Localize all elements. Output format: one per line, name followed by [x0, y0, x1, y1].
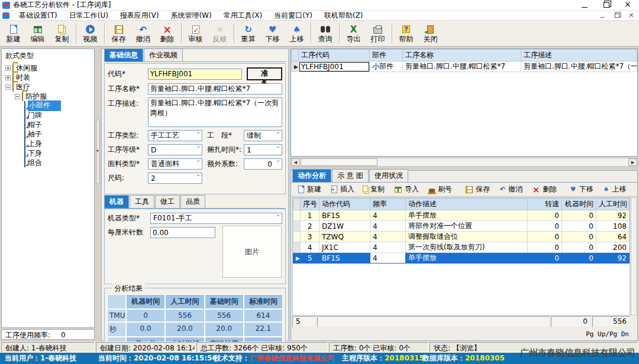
action-button-上移[interactable]: ♠上移: [598, 183, 631, 196]
toolbar-button-复制[interactable]: 复制: [50, 21, 74, 46]
action-button-新建[interactable]: 新建: [293, 183, 326, 196]
menu-item-0[interactable]: 基础设置(T): [13, 11, 63, 20]
action-row[interactable]: ▶5BF1S4单手摆放0092: [293, 253, 630, 264]
tab-diagram[interactable]: 示 意 图: [332, 169, 369, 182]
action-button-刷号[interactable]: 刷号: [424, 183, 457, 196]
process-row[interactable]: ▶YLFHFBJ001小部件剪量袖口.脚口.中腰.帽口松紧*7剪量袖口.脚口.中…: [292, 61, 637, 72]
tree-item-帽子[interactable]: 帽子: [2, 120, 94, 129]
process-desc-input[interactable]: 剪量袖口.脚口.中腰.帽口松紧*7（一次剪两根）: [148, 98, 282, 127]
action-row[interactable]: 4JX1C4第一次剪线(取及放剪刀)00200: [293, 242, 630, 253]
style-type-panel: 款式类型 休闲服 时装 医疗 防护服 小部件 门牌 帽子 袖子 上身 下身 组合: [1, 48, 95, 328]
toolbar-button-导出[interactable]: X 导出: [341, 21, 366, 46]
toolbar-button-新建[interactable]: 新建: [1, 21, 25, 46]
scroll-left-icon[interactable]: ◀: [291, 158, 300, 166]
action-table: 序号动作代码频率动作描述转速机器时间人工时间1BF1S4单手摆放00922DZ1…: [292, 197, 630, 316]
tab-machine[interactable]: 机器: [104, 195, 129, 208]
stage-select[interactable]: 缝制: [244, 130, 282, 141]
toolbar-button-关闭[interactable]: 关闭: [418, 21, 443, 46]
menu-item-4[interactable]: 常用工具(X): [218, 11, 269, 20]
tab-work-video[interactable]: 作业视频: [144, 48, 183, 61]
tree-item-组合[interactable]: 组合: [2, 158, 94, 167]
save-icon: [466, 186, 473, 193]
toolbar-button-上移[interactable]: ♠ 上移: [285, 21, 309, 46]
tab-tool[interactable]: 工具: [130, 195, 154, 208]
code-label: 代码*: [108, 69, 148, 79]
tree-item-小部件[interactable]: 小部件: [2, 101, 94, 110]
ready-button[interactable]: 准 备: [247, 67, 282, 80]
menu-item-1[interactable]: 日常工作(U): [63, 11, 114, 20]
machine-type-select[interactable]: F0101-手工: [150, 213, 282, 224]
process-type-select[interactable]: 手工工艺: [148, 130, 202, 141]
action-row[interactable]: 1BF1S4单手摆放0092: [293, 210, 630, 221]
tree-item-医疗[interactable]: 医疗: [2, 82, 94, 92]
toolbar-button-删除[interactable]: × 删除: [155, 21, 179, 46]
tree-item-门牌[interactable]: 门牌: [2, 110, 94, 120]
size-select[interactable]: 2: [148, 173, 202, 184]
action-button-统计[interactable]: Σ统计: [634, 183, 639, 196]
panel-splitter[interactable]: ◂: [95, 48, 101, 328]
bundle-time-select[interactable]: 1: [244, 144, 282, 155]
status-segment-3: 工序数: 0个 已审核: 0个: [329, 342, 428, 352]
scroll-thumb[interactable]: [301, 158, 377, 166]
process-table-hscrollbar[interactable]: ◀ ▶: [291, 158, 638, 167]
stitch-count-input[interactable]: [150, 227, 215, 238]
tree-header: 款式类型: [2, 49, 94, 62]
action-button-复制[interactable]: 复制: [359, 183, 389, 196]
process-desc-label: 工序描述:: [108, 98, 148, 109]
tree-toggle-icon[interactable]: [15, 94, 20, 99]
menu-item-3[interactable]: 系统管理(W): [164, 11, 217, 20]
action-button-下移[interactable]: ♥下移: [565, 183, 598, 196]
extra-factor-select[interactable]: 0: [244, 158, 282, 170]
status2-item-3: 主程序版本：20180315: [342, 353, 422, 363]
tab-basic-info[interactable]: 基础信息: [104, 48, 143, 61]
process-name-input[interactable]: [148, 83, 282, 95]
tree-item-下身[interactable]: 下身: [2, 148, 94, 158]
toolbar-button-帮助[interactable]: ? 帮助: [394, 21, 418, 46]
action-button-删除[interactable]: ×删除: [527, 183, 561, 197]
grade-select[interactable]: D: [148, 144, 202, 155]
tab-usage-status[interactable]: 使用状况: [369, 169, 408, 182]
close-button[interactable]: [624, 1, 632, 9]
menu-item-6[interactable]: 联机帮助(Z): [318, 11, 369, 20]
child-restore-button[interactable]: [614, 12, 620, 18]
tab-action-analysis[interactable]: 动作分析: [292, 169, 331, 182]
app-logo-icon: [2, 2, 10, 9]
code-input[interactable]: [148, 69, 242, 80]
tree-toggle-icon[interactable]: [5, 66, 11, 71]
action-button-保存[interactable]: 保存: [460, 183, 495, 196]
tree-toggle-icon[interactable]: [5, 84, 11, 90]
tree-item-袖子[interactable]: 袖子: [2, 129, 94, 139]
toolbar-button-审核[interactable]: 审核: [183, 21, 208, 46]
usage-frequency-box: 工序使用频率: 0: [1, 329, 95, 340]
child-minimize-button[interactable]: [599, 12, 606, 18]
tree-item-上身[interactable]: 上身: [2, 139, 94, 148]
action-button-撤消[interactable]: ↶撤消: [495, 183, 527, 196]
tab-workmanship[interactable]: 做工: [155, 195, 180, 208]
child-close-button[interactable]: [628, 12, 634, 18]
action-row[interactable]: 3TZWQ4调整握取缝合位0064: [293, 232, 630, 242]
toolbar-button-重算[interactable]: ↻ 重算: [236, 21, 260, 46]
tree-toggle-icon[interactable]: [5, 75, 11, 80]
action-row[interactable]: 2DZ1W4将部件对准一个位置00108: [293, 221, 630, 232]
toolbar-button-下移[interactable]: ♥ 下移: [260, 21, 285, 46]
toolbar-button-保存[interactable]: 保存: [106, 21, 131, 46]
process-table: 工序代码部件工序名称工序描述▶YLFHFBJ001小部件剪量袖口.脚口.中腰.帽…: [291, 48, 638, 157]
action-button-导入[interactable]: 导入: [389, 183, 424, 196]
status2-item-4: 数据库版本：20180305: [422, 353, 529, 363]
menu-item-5[interactable]: 当前窗口(Y): [268, 11, 318, 20]
usage-frequency-label: 工序使用频率:: [5, 331, 50, 339]
fabric-type-select[interactable]: 普通面料: [148, 158, 202, 170]
restore-button[interactable]: [602, 1, 611, 9]
tab-quality[interactable]: 品质: [180, 195, 205, 208]
toolbar-button-编辑[interactable]: 编辑: [25, 21, 50, 46]
toolbar-button-查询[interactable]: 查询: [313, 21, 337, 46]
toolbar-button-打印[interactable]: 打印: [366, 21, 390, 46]
action-button-插入[interactable]: 插入: [326, 183, 359, 196]
scroll-right-icon[interactable]: ▶: [628, 158, 637, 166]
tree-item-防护服[interactable]: 防护服: [2, 92, 94, 101]
action-table-vscrollbar[interactable]: [631, 197, 637, 316]
menu-item-2[interactable]: 报表应用(V): [114, 11, 165, 20]
minimize-button[interactable]: [581, 1, 589, 9]
toolbar-button-撤消[interactable]: ↶ 撤消: [131, 21, 155, 46]
toolbar-button-视频[interactable]: 视频: [78, 21, 102, 46]
